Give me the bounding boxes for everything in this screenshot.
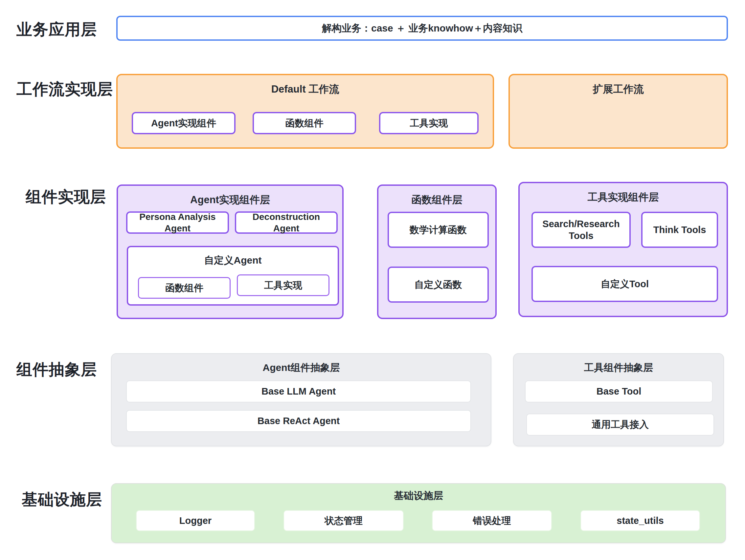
tool-impl-layer-title: 工具实现组件层 <box>520 190 726 204</box>
node-math-function: 数学计算函数 <box>388 212 489 248</box>
node-base-llm-agent: Base LLM Agent <box>126 380 471 403</box>
layer-label-workflow: 工作流实现层 <box>17 79 113 100</box>
node-logger: Logger <box>136 510 255 531</box>
extended-workflow-box: 扩展工作流 <box>509 74 728 149</box>
agent-abstract-title: Agent组件抽象层 <box>112 361 491 375</box>
node-function-component: 函数组件 <box>253 112 356 134</box>
node-base-tool: Base Tool <box>525 380 713 403</box>
business-box-text: 解构业务：case ＋ 业务knowhow＋内容知识 <box>322 22 522 35</box>
node-search-research-tools: Search/Research Tools <box>531 212 631 248</box>
function-layer-box: 函数组件层 数学计算函数 自定义函数 <box>377 184 497 319</box>
agent-impl-layer-box: Agent实现组件层 Persona Analysis Agent Decons… <box>117 184 344 319</box>
node-error-handling: 错误处理 <box>432 510 552 531</box>
custom-agent-title: 自定义Agent <box>128 254 338 267</box>
node-persona-analysis-agent: Persona Analysis Agent <box>126 211 229 234</box>
business-box: 解构业务：case ＋ 业务knowhow＋内容知识 <box>116 16 728 41</box>
node-state-utils: state_utils <box>580 510 700 531</box>
infrastructure-box: 基础设施层 Logger 状态管理 错误处理 state_utils <box>111 483 726 543</box>
architecture-diagram: 业务应用层 解构业务：case ＋ 业务knowhow＋内容知识 工作流实现层 … <box>0 0 745 560</box>
layer-label-component-abstract: 组件抽象层 <box>17 359 97 380</box>
layer-label-component-impl: 组件实现层 <box>26 186 106 207</box>
node-base-react-agent: Base ReAct Agent <box>126 410 471 432</box>
node-tool-impl: 工具实现 <box>379 112 479 134</box>
custom-agent-box: 自定义Agent 函数组件 工具实现 <box>127 246 339 306</box>
node-state-management: 状态管理 <box>284 510 404 531</box>
tool-impl-layer-box: 工具实现组件层 Search/Research Tools Think Tool… <box>518 182 728 317</box>
infrastructure-title: 基础设施层 <box>112 489 725 502</box>
node-custom-tool: 自定义Tool <box>531 266 718 302</box>
node-universal-tool-access: 通用工具接入 <box>526 414 714 435</box>
function-layer-title: 函数组件层 <box>379 193 495 207</box>
layer-label-infrastructure: 基础设施层 <box>22 489 102 510</box>
default-workflow-box: Default 工作流 Agent实现组件 函数组件 工具实现 <box>116 74 494 149</box>
agent-abstract-box: Agent组件抽象层 Base LLM Agent Base ReAct Age… <box>111 353 491 447</box>
node-agent-impl-component: Agent实现组件 <box>132 112 235 134</box>
agent-impl-layer-title: Agent实现组件层 <box>118 193 342 207</box>
node-custom-agent-tool-impl: 工具实现 <box>237 274 329 296</box>
tool-abstract-title: 工具组件抽象层 <box>514 361 723 375</box>
default-workflow-title: Default 工作流 <box>118 82 493 96</box>
tool-abstract-box: 工具组件抽象层 Base Tool 通用工具接入 <box>513 353 724 447</box>
node-custom-function: 自定义函数 <box>388 267 489 303</box>
node-deconstruction-agent: Deconstruction Agent <box>235 211 338 234</box>
layer-label-business: 业务应用层 <box>17 19 97 40</box>
extended-workflow-title: 扩展工作流 <box>510 82 726 96</box>
node-think-tools: Think Tools <box>641 212 718 248</box>
node-custom-agent-function-component: 函数组件 <box>138 277 231 299</box>
